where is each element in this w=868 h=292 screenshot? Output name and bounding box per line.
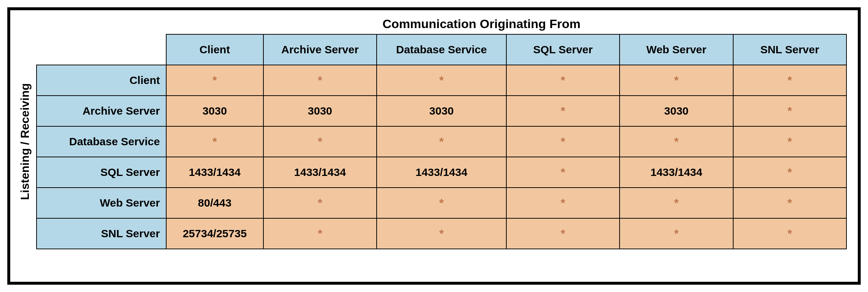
data-cell: * (377, 65, 506, 96)
data-cell: * (733, 126, 846, 157)
grid-wrap: Listening / Receiving Client Archive Ser… (10, 34, 858, 260)
table-row: Client****** (37, 65, 846, 96)
port-matrix-frame: Communication Originating From Listening… (7, 7, 861, 285)
row-header: Archive Server (37, 96, 166, 126)
data-cell: * (620, 218, 733, 249)
asterisk-icon: * (561, 227, 565, 240)
row-header: Web Server (37, 188, 166, 218)
data-cell: * (506, 218, 620, 249)
corner-cell (37, 34, 166, 65)
asterisk-icon: * (561, 166, 565, 179)
data-cell: * (733, 188, 846, 218)
asterisk-icon: * (318, 227, 322, 240)
asterisk-icon: * (561, 104, 565, 118)
data-cell: * (166, 126, 263, 157)
data-cell: * (620, 188, 733, 218)
data-cell: * (263, 126, 377, 157)
data-cell: * (263, 218, 377, 249)
asterisk-icon: * (674, 227, 678, 240)
table-row: Database Service****** (37, 126, 846, 157)
asterisk-icon: * (788, 196, 792, 210)
asterisk-icon: * (561, 196, 565, 210)
data-cell: 3030 (263, 96, 377, 126)
col-header: SQL Server (506, 34, 620, 65)
data-cell: 1433/1434 (620, 157, 733, 188)
data-cell: * (506, 65, 620, 96)
data-cell: * (377, 126, 506, 157)
data-cell: * (506, 157, 620, 188)
data-cell: * (506, 96, 620, 126)
data-cell: * (733, 65, 846, 96)
column-header-row: Client Archive Server Database Service S… (37, 34, 846, 65)
asterisk-icon: * (788, 135, 792, 148)
asterisk-icon: * (788, 104, 792, 118)
row-header: Database Service (37, 126, 166, 157)
data-cell: * (733, 96, 846, 126)
asterisk-icon: * (439, 196, 443, 210)
row-header: SNL Server (37, 218, 166, 249)
asterisk-icon: * (439, 74, 443, 87)
data-cell: * (506, 188, 620, 218)
col-header: Web Server (620, 34, 733, 65)
asterisk-icon: * (318, 196, 322, 210)
table-row: SQL Server1433/14341433/14341433/1434*14… (37, 157, 846, 188)
data-cell: 25734/25735 (166, 218, 263, 249)
asterisk-icon: * (213, 135, 217, 148)
data-cell: 1433/1434 (166, 157, 263, 188)
data-cell: * (620, 126, 733, 157)
col-header: Database Service (377, 34, 506, 65)
asterisk-icon: * (213, 74, 217, 87)
port-matrix-table: Client Archive Server Database Service S… (36, 34, 847, 249)
data-cell: * (733, 157, 846, 188)
col-header: Client (166, 34, 263, 65)
asterisk-icon: * (788, 166, 792, 179)
asterisk-icon: * (318, 135, 322, 148)
asterisk-icon: * (674, 196, 678, 210)
data-cell: 3030 (166, 96, 263, 126)
asterisk-icon: * (561, 135, 565, 148)
table-row: SNL Server25734/25735***** (37, 218, 846, 249)
data-cell: * (263, 188, 377, 218)
table-row: Web Server80/443***** (37, 188, 846, 218)
data-cell: * (263, 65, 377, 96)
data-cell: * (620, 65, 733, 96)
table-row: Archive Server303030303030*3030* (37, 96, 846, 126)
col-header: SNL Server (733, 34, 846, 65)
asterisk-icon: * (788, 227, 792, 240)
data-cell: 3030 (620, 96, 733, 126)
data-cell: 80/443 (166, 188, 263, 218)
data-cell: 3030 (377, 96, 506, 126)
asterisk-icon: * (788, 74, 792, 87)
asterisk-icon: * (561, 74, 565, 87)
asterisk-icon: * (674, 74, 678, 87)
data-cell: * (506, 126, 620, 157)
data-cell: * (733, 218, 846, 249)
asterisk-icon: * (439, 135, 443, 148)
col-header: Archive Server (263, 34, 377, 65)
top-axis-label: Communication Originating From (10, 17, 858, 31)
asterisk-icon: * (439, 227, 443, 240)
asterisk-icon: * (674, 135, 678, 148)
data-cell: 1433/1434 (377, 157, 506, 188)
row-header: Client (37, 65, 166, 96)
data-cell: * (377, 188, 506, 218)
data-cell: * (166, 65, 263, 96)
data-cell: 1433/1434 (263, 157, 377, 188)
side-axis-label: Listening / Receiving (14, 39, 36, 244)
row-header: SQL Server (37, 157, 166, 188)
data-cell: * (377, 218, 506, 249)
asterisk-icon: * (318, 74, 322, 87)
